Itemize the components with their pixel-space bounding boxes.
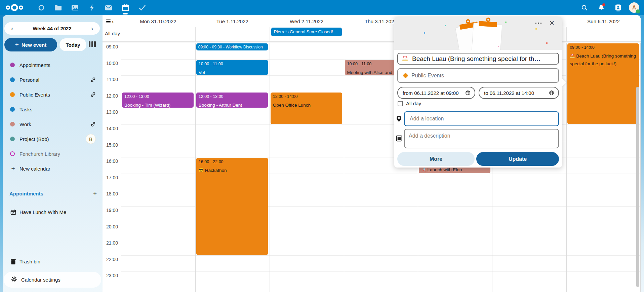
hour-cell[interactable] (121, 256, 195, 272)
hour-cell[interactable] (270, 256, 344, 272)
appointment-config-item[interactable]: Have Lunch With Me (3, 205, 103, 219)
all-day-cell[interactable]: Pierre's General Store Closed! (270, 27, 344, 41)
dashboard-icon[interactable] (33, 0, 50, 15)
event-title-input[interactable]: Beach Luau (Bring something special for … (397, 53, 559, 65)
hour-cell[interactable] (270, 239, 344, 256)
hour-cell[interactable] (567, 157, 641, 174)
files-icon[interactable] (50, 0, 67, 15)
end-datetime-picker[interactable]: to 06.11.2022 at 14:00 (479, 87, 559, 99)
hour-cell[interactable] (492, 174, 566, 190)
today-button[interactable]: Today (59, 38, 86, 51)
hour-cell[interactable] (567, 239, 641, 256)
calendar-app-icon[interactable] (117, 0, 134, 15)
nextcloud-logo-icon[interactable] (5, 3, 24, 12)
hour-cell[interactable] (344, 239, 418, 256)
location-input[interactable]: Add a location (404, 111, 559, 126)
calendar-event[interactable]: 12:00 - 14:00Open Office Lunch (271, 93, 342, 124)
hour-cell[interactable] (492, 207, 566, 223)
hour-cell[interactable] (121, 43, 195, 60)
hour-cell[interactable] (567, 272, 641, 288)
hour-cell[interactable] (121, 223, 195, 240)
timezone-globe-icon[interactable] (549, 90, 554, 96)
share-link-icon[interactable] (90, 77, 96, 82)
sidebar-calendar-item[interactable]: Project (Bob)B (3, 132, 103, 146)
list-collapse-icon[interactable]: ‹ (106, 20, 114, 24)
mail-icon[interactable] (100, 0, 117, 15)
activity-icon[interactable] (83, 0, 100, 15)
hour-cell[interactable] (492, 190, 566, 207)
calendar-picker[interactable]: Public Events (397, 68, 559, 83)
hour-cell[interactable] (344, 190, 418, 207)
hour-cell[interactable] (418, 174, 492, 190)
hour-cell[interactable] (196, 125, 270, 141)
hour-cell[interactable] (121, 207, 195, 223)
next-week-button[interactable]: › (89, 25, 95, 32)
hour-cell[interactable] (270, 223, 344, 240)
hour-cell[interactable] (121, 174, 195, 190)
hour-cell[interactable] (196, 141, 270, 158)
contacts-icon[interactable] (612, 2, 624, 14)
all-day-checkbox[interactable] (398, 101, 403, 106)
calendar-event[interactable]: 10:00 - 11:00Vet (196, 60, 268, 75)
share-link-icon[interactable] (90, 92, 96, 97)
hour-cell[interactable] (121, 141, 195, 158)
hour-cell[interactable] (492, 239, 566, 256)
sidebar-calendar-item[interactable]: Personal (3, 72, 103, 87)
hour-cell[interactable] (270, 141, 344, 158)
hour-cell[interactable] (196, 272, 270, 288)
hour-cell[interactable] (344, 174, 418, 190)
hour-cell[interactable] (567, 190, 641, 207)
hour-cell[interactable] (567, 141, 641, 158)
hour-cell[interactable] (344, 207, 418, 223)
sidebar-calendar-item[interactable]: Public Events (3, 87, 103, 102)
hour-cell[interactable] (270, 272, 344, 288)
description-textarea[interactable]: Add a description (404, 129, 559, 148)
hour-cell[interactable] (492, 272, 566, 288)
share-link-icon[interactable] (90, 121, 96, 127)
hour-cell[interactable] (121, 157, 195, 174)
hour-cell[interactable] (121, 76, 195, 92)
hour-cell[interactable] (121, 272, 195, 288)
timezone-globe-icon[interactable] (465, 90, 471, 96)
hour-cell[interactable] (418, 239, 492, 256)
start-datetime-picker[interactable]: from 06.11.2022 at 09:00 (397, 87, 475, 99)
hour-cell[interactable] (418, 223, 492, 240)
sidebar-calendar-item[interactable]: Fenchurch Library (3, 146, 103, 161)
hour-cell[interactable] (567, 207, 641, 223)
hour-cell[interactable] (418, 190, 492, 207)
view-columns-icon[interactable] (87, 41, 97, 48)
calendar-event[interactable]: 09:00 - 09:30 - Workflow Discussion (196, 43, 268, 50)
hour-cell[interactable] (270, 157, 344, 174)
new-calendar-button[interactable]: + New calendar (3, 161, 103, 176)
calendar-event[interactable]: 16:00 - 22:00Hackathon (196, 158, 268, 255)
hour-cell[interactable] (196, 256, 270, 272)
hour-cell[interactable] (121, 239, 195, 256)
hour-cell[interactable] (567, 256, 641, 272)
hour-cell[interactable] (418, 207, 492, 223)
hour-cell[interactable] (270, 76, 344, 92)
all-day-cell[interactable] (195, 27, 270, 41)
sidebar-calendar-item[interactable]: Work (3, 117, 103, 132)
hour-cell[interactable] (270, 125, 344, 141)
update-button[interactable]: Update (476, 152, 559, 166)
all-day-event[interactable]: Pierre's General Store Closed! (271, 28, 342, 36)
sidebar-calendar-item[interactable]: Tasks (3, 102, 103, 117)
hour-cell[interactable] (418, 256, 492, 272)
vertical-scrollbar[interactable] (636, 87, 639, 287)
notifications-bell-icon[interactable] (595, 2, 607, 14)
hour-cell[interactable] (121, 108, 195, 125)
hour-cell[interactable] (344, 223, 418, 240)
hour-cell[interactable] (196, 108, 270, 125)
hour-cell[interactable] (196, 76, 270, 92)
new-event-button[interactable]: + New event (4, 38, 57, 51)
previous-week-button[interactable]: ‹ (9, 25, 15, 32)
calendar-event[interactable]: 12:00 - 13:00Booking - Tim (Wizard) (122, 93, 194, 108)
calendar-event[interactable]: 09:00 - 14:00Beach Luau (Bring something… (567, 43, 639, 124)
hour-cell[interactable] (344, 256, 418, 272)
all-day-cell[interactable] (566, 27, 641, 41)
popup-menu-ellipsis-icon[interactable] (534, 20, 543, 27)
all-day-cell[interactable] (121, 27, 195, 41)
hour-cell[interactable] (492, 223, 566, 240)
hour-cell[interactable] (270, 190, 344, 207)
sidebar-calendar-item[interactable]: Appointments (3, 58, 103, 72)
